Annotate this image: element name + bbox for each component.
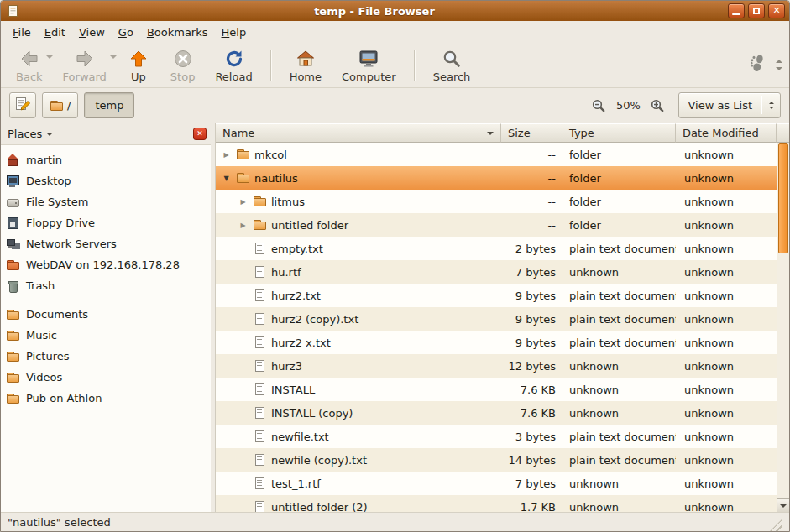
table-row-untitled-folder[interactable]: ▶ untitled folder -- folder unknown [216, 213, 777, 237]
resize-grip[interactable] [770, 519, 782, 531]
back-button[interactable]: Back [6, 45, 53, 85]
sidebar-close-icon[interactable]: ✕ [193, 128, 207, 140]
scrollbar-down-button[interactable] [777, 498, 789, 512]
path-current-button[interactable]: temp [84, 92, 134, 118]
table-row-empty-txt[interactable]: empty.txt 2 bytes plain text document un… [216, 237, 777, 260]
file-date-modified: unknown [676, 501, 777, 513]
vertical-scrollbar[interactable] [777, 143, 789, 512]
file-type: plain text document [562, 430, 676, 443]
zoom-level: 50% [613, 99, 643, 112]
forward-dropdown-icon[interactable] [110, 55, 117, 62]
sidebar-item-network-servers[interactable]: Network Servers [1, 233, 211, 254]
sidebar-item-pictures[interactable]: Pictures [1, 346, 211, 367]
file-name: nautilus [254, 172, 298, 185]
scrollbar-thumb[interactable] [778, 143, 788, 253]
zoom-out-button[interactable] [589, 96, 609, 116]
up-arrow-icon [776, 56, 782, 63]
reload-button[interactable]: Reload [205, 45, 262, 85]
table-row-untitled-folder-2[interactable]: untitled folder (2) 1.7 KB unknown unkno… [216, 495, 777, 512]
folder-icon [6, 371, 20, 384]
sidebar-header[interactable]: Places ✕ [1, 123, 211, 145]
forward-button[interactable]: Forward [53, 45, 117, 85]
table-row-install[interactable]: INSTALL 7.6 KB unknown unknown [216, 378, 777, 401]
window-menu-icon[interactable] [7, 4, 20, 18]
table-row-hurz2-txt[interactable]: hurz2.txt 9 bytes plain text document un… [216, 284, 777, 307]
sidebar-item-trash[interactable]: Trash [1, 275, 211, 296]
sidebar-item-pub-on-athlon[interactable]: Pub on Athlon [1, 388, 211, 409]
toolbar: Back Forward Up Stop Reload Home Compute… [1, 43, 789, 88]
status-text: "nautilus" selected [8, 516, 111, 529]
file-size: -- [501, 196, 562, 208]
file-date-modified: unknown [676, 430, 777, 443]
sidebar-item-videos[interactable]: Videos [1, 367, 211, 388]
search-button[interactable]: Search [423, 45, 481, 85]
view-mode-select[interactable]: View as List [678, 92, 781, 118]
sidebar-item-webdav-on-192-168-178-28[interactable]: WebDAV on 192.168.178.28 [1, 254, 211, 275]
column-header-date-modified[interactable]: Date Modified [676, 123, 777, 143]
computer-button[interactable]: Computer [332, 45, 406, 85]
expander-icon[interactable]: ▶ [238, 222, 249, 229]
sidebar-item-floppy-drive[interactable]: Floppy Drive [1, 212, 211, 233]
close-icon[interactable] [768, 3, 785, 18]
menu-item-file[interactable]: File [6, 23, 38, 41]
minimize-icon[interactable] [728, 3, 745, 18]
table-row-newfile-txt[interactable]: newfile.txt 3 bytes plain text document … [216, 425, 777, 448]
menu-item-go[interactable]: Go [112, 23, 140, 41]
table-row-newfile-copy-txt[interactable]: newfile (copy).txt 14 bytes plain text d… [216, 448, 777, 472]
column-header-name[interactable]: Name [216, 123, 501, 143]
file-name: hurz3 [271, 360, 302, 373]
text-file-icon [253, 289, 267, 302]
menu-item-view[interactable]: View [72, 23, 112, 41]
file-type: plain text document [562, 289, 676, 302]
file-date-modified: unknown [676, 219, 777, 232]
folder-icon [6, 392, 20, 405]
expander-icon[interactable]: ▶ [221, 151, 232, 159]
table-row-mkcol[interactable]: ▶ mkcol -- folder unknown [216, 143, 777, 166]
sidebar-item-music[interactable]: Music [1, 325, 211, 346]
table-row-install-copy[interactable]: INSTALL (copy) 7.6 KB unknown unknown [216, 401, 777, 425]
table-row-litmus[interactable]: ▶ litmus -- folder unknown [216, 190, 777, 213]
expander-icon[interactable]: ▼ [221, 175, 232, 182]
table-row-test-1-rtf[interactable]: test_1.rtf 7 bytes unknown unknown [216, 472, 777, 495]
column-header-size[interactable]: Size [501, 123, 562, 143]
up-icon [128, 48, 149, 70]
menu-item-bookmarks[interactable]: Bookmarks [140, 23, 215, 41]
folder-icon [6, 329, 20, 342]
table-row-hurz2-copy-txt[interactable]: hurz2 (copy).txt 9 bytes plain text docu… [216, 307, 777, 331]
path-root-button[interactable]: / [42, 92, 78, 118]
menu-item-edit[interactable]: Edit [38, 23, 72, 41]
toolbar-overflow-arrows[interactable] [774, 49, 784, 82]
expander-icon[interactable]: ▶ [238, 198, 249, 206]
column-header-type[interactable]: Type [562, 123, 676, 143]
home-button[interactable]: Home [280, 45, 332, 85]
file-type: plain text document [562, 336, 676, 349]
file-date-modified: unknown [676, 383, 777, 396]
gnome-logo-button[interactable] [744, 50, 772, 81]
stop-button[interactable]: Stop [160, 45, 206, 85]
file-date-modified: unknown [676, 407, 777, 420]
sidebar-item-documents[interactable]: Documents [1, 304, 211, 325]
back-dropdown-icon[interactable] [46, 55, 53, 62]
folder-icon [253, 195, 267, 208]
table-row-nautilus[interactable]: ▼ nautilus -- folder unknown [216, 166, 777, 190]
file-name: newfile.txt [271, 430, 329, 443]
home-red-icon [6, 154, 20, 167]
sidebar-item-martin[interactable]: martin [1, 149, 211, 170]
table-row-hurz3[interactable]: hurz3 12 bytes unknown unknown [216, 354, 777, 378]
file-type: unknown [562, 266, 676, 279]
titlebar[interactable]: temp - File Browser [1, 1, 789, 21]
zoom-in-button[interactable] [647, 96, 667, 116]
down-arrow-icon [780, 504, 787, 511]
maximize-icon[interactable] [748, 3, 765, 18]
table-row-hu-rtf[interactable]: hu.rtf 7 bytes unknown unknown [216, 260, 777, 284]
zoom-out-icon [591, 98, 606, 113]
up-button[interactable]: Up [117, 45, 160, 85]
file-size: 2 bytes [501, 243, 562, 255]
sidebar-item-desktop[interactable]: Desktop [1, 170, 211, 191]
sidebar-item-file-system[interactable]: File System [1, 191, 211, 212]
table-row-hurz2-x-txt[interactable]: hurz2 x.txt 9 bytes plain text document … [216, 331, 777, 354]
zoom-in-icon [650, 98, 665, 113]
file-date-modified: unknown [676, 149, 777, 161]
edit-location-button[interactable] [9, 92, 36, 118]
menu-item-help[interactable]: Help [215, 23, 254, 41]
